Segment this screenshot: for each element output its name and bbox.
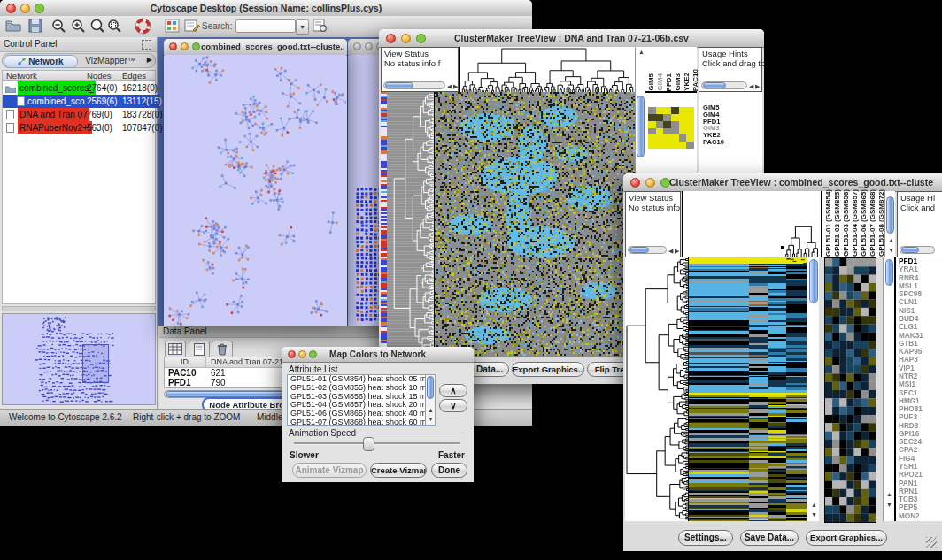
dialog-title-bar[interactable]: Map Colors to Network [282,347,474,363]
treeview2-title-bar[interactable]: ClusterMaker TreeView : combined_scores_… [623,173,942,192]
scroll-down-icon[interactable]: ▼ [428,416,434,422]
attribute-item[interactable]: GPL51-07 (GSM868) heat shock 60 min [288,418,435,426]
gene-label[interactable]: SPC98 [899,290,923,298]
scroll-down-icon[interactable]: ▼ [886,502,892,508]
export-graphics-button[interactable]: Export Graphics... [806,530,887,546]
settings-button[interactable]: Settings... [678,530,733,546]
scroll-right-icon[interactable]: ▶ [453,83,458,89]
network-row-dna-tran[interactable]: DNA and Tran 07 769(0) 183728(0) [3,108,160,121]
data-panel-trash-icon[interactable] [212,341,233,358]
open-file-icon[interactable] [5,19,21,33]
gene-label[interactable]: PUF3 [899,413,923,421]
attribute-listbox[interactable]: GPL51-01 (GSM854) heat shock 05 minGPL51… [287,374,436,426]
row-pac10-value[interactable]: 621 [211,368,226,378]
column-label[interactable]: GPL51-04 (GSM857) [851,189,859,257]
scroll-left-icon[interactable]: ◀ [668,248,673,254]
row-pfd1-id[interactable]: PFD1 [168,378,191,387]
scroll-up-icon[interactable]: ▲ [638,49,645,55]
create-vizmap-button[interactable]: Create Vizmap [370,463,427,478]
treeview1-col-scroll[interactable]: ▲ [635,47,645,92]
treeview2-heat-vscrollbar[interactable]: ▲ ▼ [807,257,819,521]
network-row-selected[interactable]: combined_sco 2569(6) 13112(15) [3,95,160,108]
gene-label[interactable]: SEC24 [899,438,923,446]
gene-label[interactable]: PEP5 [899,503,923,511]
id-column-header[interactable]: ID [181,357,189,366]
birdseye-canvas[interactable] [3,314,155,404]
column-label[interactable]: GIM5 [647,73,655,91]
data-panel-file-icon[interactable] [189,341,210,358]
zoom-selected-icon[interactable] [107,19,123,34]
gene-label[interactable]: HRD3 [899,422,923,430]
scroll-up-icon[interactable]: ▲ [428,407,434,413]
zoom-fit-icon[interactable] [89,19,106,34]
gene-label[interactable]: RPO21 [899,471,923,479]
gene-label[interactable]: PFD1 [899,257,923,265]
scroll-right-icon[interactable]: ▶ [755,83,760,89]
network-row-combined-scores[interactable]: combined_scores_ 2764(0) 16218(0) [3,81,160,95]
treeview2-zoom-vscrollbar[interactable]: ▲ ▼ [883,257,894,521]
column-label[interactable]: GPL51-02 (GSM855) [833,189,841,257]
view-status-scrollbar[interactable] [628,246,667,254]
main-title-bar[interactable]: Cytoscape Desktop (Session Name: collins… [0,0,532,17]
scroll-up-icon[interactable]: ▲ [886,491,892,497]
treeview2-column-dendrogram[interactable] [682,191,821,257]
data-panel-table-icon[interactable] [165,341,186,358]
gene-label[interactable]: YRA1 [899,265,923,273]
tab-overflow-arrow[interactable]: ▶ [147,56,152,64]
annotation-icon[interactable] [184,19,200,33]
tab-network[interactable]: Network [4,55,78,68]
birdseye-viewport-rect[interactable] [82,344,109,383]
save-icon[interactable] [28,19,42,33]
gene-label[interactable]: GPI16 [899,430,923,438]
close-button[interactable] [630,178,640,188]
gene-label[interactable]: PAN1 [899,479,923,487]
network1-title-bar[interactable]: combined_scores_good.txt--cluste... [164,39,347,56]
network-row-rnapuber[interactable]: RNAPuberNov2+! 563(0) 107847(0) [3,121,160,134]
minimize-button[interactable] [365,42,373,50]
treeview2-row-dendrogram[interactable] [625,257,688,521]
help-ring-icon[interactable] [135,18,151,35]
move-down-button[interactable]: ∨ [439,399,467,412]
treeview2-collabel-scrollbar[interactable]: ▲ ▼ [884,191,895,257]
column-label[interactable]: GPL51-03 (GSM856) [842,189,850,257]
close-button[interactable] [353,42,361,50]
column-label[interactable]: PFD1 [665,73,673,91]
scroll-left-icon[interactable]: ◀ [447,83,452,89]
zoom-in-icon[interactable] [71,19,87,34]
move-up-button[interactable]: ∧ [439,384,467,397]
zoom-window-button[interactable] [192,42,200,50]
usage-hints-scrollbar[interactable] [900,246,935,254]
resize-grip[interactable] [926,537,937,548]
tab-vizmapper[interactable]: VizMapper™ [79,55,143,66]
column-label[interactable]: GPL51-01 (GSM854) [824,189,832,257]
vizmapper-icon[interactable] [165,19,180,33]
scroll-up-icon[interactable]: ▲ [811,502,817,508]
minimize-button[interactable] [645,178,655,188]
treeview2-zoom-heatmap[interactable] [824,257,876,523]
gene-label[interactable]: BUD4 [899,315,923,323]
gene-label[interactable]: NIS1 [899,307,923,315]
animate-vizmap-button[interactable]: Animate Vizmap [292,463,367,478]
zoom-out-icon[interactable] [51,19,67,34]
row-pac10-id[interactable]: PAC10 [168,368,197,378]
gene-label[interactable]: PAC10 [703,139,724,146]
search-input[interactable] [236,19,296,33]
column-label[interactable]: GPL51-07 (GSM868) [869,189,876,257]
gene-label[interactable]: HAP3 [899,356,923,364]
speed-slider-thumb[interactable] [363,437,374,451]
gene-label[interactable]: MSL1 [899,282,923,290]
treeview2-heatmap[interactable] [688,257,807,521]
scroll-right-icon[interactable]: ▶ [675,248,679,254]
row-pfd1-value[interactable]: 790 [211,378,226,387]
gene-label[interactable]: MSI1 [899,380,923,388]
gene-label[interactable]: KAP95 [899,348,923,356]
gene-label[interactable]: MAK31 [899,332,923,340]
treeview1-mini-heatmap[interactable] [648,107,694,149]
close-button[interactable] [169,42,177,50]
gene-label[interactable]: FIG4 [899,455,923,463]
treeview1-row-dendrogram[interactable] [387,92,434,356]
gene-label[interactable]: RPN1 [899,487,923,495]
export-graphics-button[interactable]: Export Graphics... [512,362,584,377]
gene-label[interactable]: MON2 [899,512,923,520]
gene-label[interactable]: VIP1 [899,364,923,372]
